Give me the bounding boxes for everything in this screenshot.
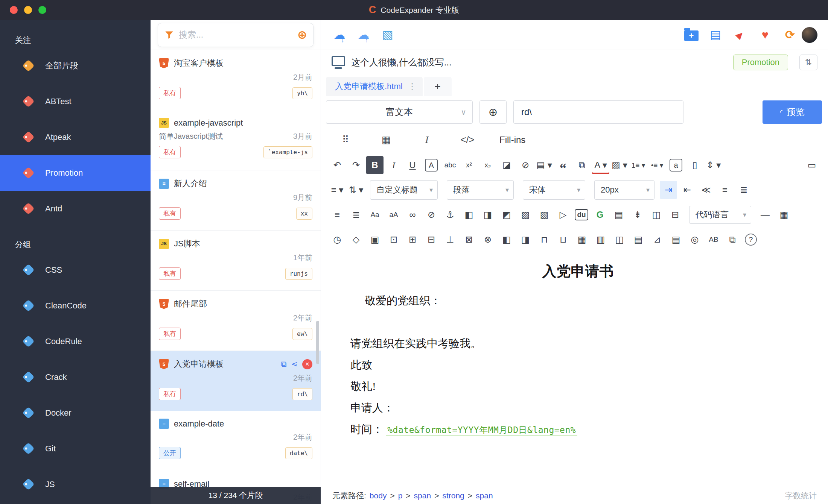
bullet-list-button[interactable]: •≡ ▾ xyxy=(648,156,666,174)
rocket-icon[interactable]: ▲ xyxy=(728,23,752,47)
add-tab-button[interactable]: + xyxy=(424,77,452,96)
unlink-icon[interactable]: ⊘ xyxy=(423,206,440,224)
list-item[interactable]: 5 邮件尾部 2年前 私有 ew\ xyxy=(151,291,321,351)
split-cells-icon[interactable]: ▥ xyxy=(592,231,609,249)
target-button[interactable]: ⊕ xyxy=(479,100,507,124)
column-width-icon[interactable]: ◫ xyxy=(611,231,628,249)
ltr-icon[interactable]: ⇥ xyxy=(660,181,677,199)
block-image-icon[interactable]: ▨ xyxy=(517,206,534,224)
align-justify-icon[interactable]: ≣ xyxy=(735,181,752,199)
float-right-icon[interactable]: ◨ xyxy=(479,206,496,224)
gallery-icon[interactable]: ▧ xyxy=(380,26,396,44)
abbreviation-input[interactable] xyxy=(513,100,683,124)
horizontal-rule-icon[interactable]: — xyxy=(756,206,774,224)
path-node[interactable]: span xyxy=(476,491,493,500)
editor-content[interactable]: 入党申请书 敬爱的党组织： 请党组织在实践中考验我。 此致 敬礼! 申请人： 时… xyxy=(321,254,828,487)
path-node[interactable]: span xyxy=(414,491,431,500)
code-language-select[interactable]: 代码语言 ▾ xyxy=(689,206,751,224)
sidebar-item-cleancode[interactable]: CleanCode xyxy=(0,288,151,323)
line-height-button[interactable]: ⇕ ▾ xyxy=(705,156,722,174)
sidebar-item-crack[interactable]: Crack xyxy=(0,359,151,395)
contacts-icon[interactable]: ▤ xyxy=(708,26,723,44)
zoom-window-button[interactable] xyxy=(38,6,46,14)
merge-cells-icon[interactable]: ▦ xyxy=(573,231,591,249)
char-border-button[interactable]: A xyxy=(425,159,438,172)
paste-icon[interactable]: ⧉ xyxy=(573,156,591,174)
date-icon[interactable]: ▦ xyxy=(377,131,395,149)
blockquote-icon[interactable]: “ xyxy=(554,156,572,174)
italic-button[interactable]: I xyxy=(385,156,402,174)
list-item[interactable]: ≡ 新人介绍 9月前 私有 xx xyxy=(151,170,321,231)
clipboard-icon[interactable]: ⧉ xyxy=(724,231,741,249)
strikethrough-button[interactable]: abc xyxy=(441,156,459,174)
anchor-icon[interactable]: ⚓ xyxy=(441,206,459,224)
align-left-icon[interactable]: ≡ xyxy=(716,181,734,199)
page-break-icon[interactable]: ⇟ xyxy=(629,206,646,224)
bold-button[interactable]: B xyxy=(366,156,384,174)
bg-color-button[interactable]: ▨ ▾ xyxy=(611,156,628,174)
insert-table-icon[interactable]: ⊞ xyxy=(404,231,421,249)
list-item[interactable]: JS JS脚本 1年前 私有 runjs xyxy=(151,231,321,291)
insert-video-icon[interactable]: ▷ xyxy=(554,206,572,224)
form-icon[interactable]: ▦ xyxy=(775,206,793,224)
cloud-download-icon[interactable]: ☁ xyxy=(332,26,347,44)
preview-button[interactable]: ◜ 预览 xyxy=(763,100,822,124)
close-window-button[interactable] xyxy=(10,6,18,14)
link-icon[interactable]: ∞ xyxy=(404,206,421,224)
insert-col-right-icon[interactable]: ◨ xyxy=(517,231,534,249)
spacing-menu-icon[interactable]: ⇅ ▾ xyxy=(347,181,365,199)
clear-format-icon[interactable]: ⊘ xyxy=(517,156,534,174)
outdent-icon[interactable]: ≪ xyxy=(697,181,715,199)
superscript-button[interactable]: x² xyxy=(460,156,478,174)
word-import-icon[interactable]: ▤ xyxy=(610,206,627,224)
vip-icon[interactable]: ♥ xyxy=(757,26,773,44)
baidu-icon[interactable]: du xyxy=(575,209,588,220)
align-right-icon[interactable]: ≡ xyxy=(329,206,346,224)
table-sum-icon[interactable]: ⊠ xyxy=(460,231,478,249)
uppercase-icon[interactable]: Aa xyxy=(366,206,384,224)
insert-row-below-icon[interactable]: ⊔ xyxy=(554,231,572,249)
delete-icon[interactable]: × xyxy=(302,359,312,369)
letter-case-icon[interactable]: AB xyxy=(705,231,722,249)
chart-icon[interactable]: ⊿ xyxy=(648,231,666,249)
undo-icon[interactable]: ↶ xyxy=(329,156,346,174)
sort-button[interactable]: ⇅ xyxy=(799,55,817,70)
tab-menu-icon[interactable]: ⋮ xyxy=(408,82,417,92)
subscript-button[interactable]: x₂ xyxy=(479,156,496,174)
delete-table-icon[interactable]: ⊗ xyxy=(479,231,496,249)
code-icon[interactable]: </> xyxy=(459,131,476,149)
content-type-select[interactable]: 富文本 ∨ xyxy=(326,100,473,124)
justify-icon[interactable]: ≣ xyxy=(347,206,365,224)
list-item[interactable]: JS example-javascript 简单Javascript测试 3月前… xyxy=(151,110,321,170)
word-count-label[interactable]: 字数统计 xyxy=(785,490,817,501)
screenshot-icon[interactable]: ⊡ xyxy=(385,231,402,249)
sidebar-item-all-snippets[interactable]: 全部片段 xyxy=(0,48,151,83)
scrollbar-thumb[interactable] xyxy=(316,321,319,364)
photo-frame-icon[interactable]: ▣ xyxy=(366,231,384,249)
redo-icon[interactable]: ↷ xyxy=(347,156,365,174)
sidebar-item-docker[interactable]: Docker xyxy=(0,395,151,431)
rtl-icon[interactable]: ⇤ xyxy=(679,181,696,199)
ordered-list-button[interactable]: 1≡ ▾ xyxy=(630,156,647,174)
cursor-icon[interactable]: I xyxy=(418,131,435,149)
font-size-select[interactable]: 20px ▾ xyxy=(594,180,654,200)
align-menu-icon[interactable]: ≡ ▾ xyxy=(329,181,346,199)
sidebar-item-atpeak[interactable]: Atpeak xyxy=(0,119,151,155)
search-input[interactable] xyxy=(179,30,293,40)
sidebar-item-git[interactable]: Git xyxy=(0,431,151,466)
bottom-panel-icon[interactable]: ⊟ xyxy=(667,206,684,224)
find-replace-icon[interactable]: ◎ xyxy=(686,231,703,249)
sidebar-item-js[interactable]: JS xyxy=(0,466,151,502)
table-tree-icon[interactable]: ⊥ xyxy=(441,231,459,249)
paragraph-select[interactable]: 段落 ▾ xyxy=(447,180,514,200)
inline-image-icon[interactable]: ◩ xyxy=(498,206,515,224)
fullscreen-icon[interactable]: ▭ xyxy=(803,156,820,174)
table-page-menu-icon[interactable]: ▤ ▾ xyxy=(536,156,553,174)
search-box[interactable]: ⊕ xyxy=(158,23,314,47)
list-item[interactable]: ≡ example-date 2年前 公开 date\ xyxy=(151,411,321,471)
underline-button[interactable]: U xyxy=(404,156,421,174)
font-family-select[interactable]: 宋体 ▾ xyxy=(523,180,585,200)
dashed-table-icon[interactable]: ⊟ xyxy=(423,231,440,249)
list-item[interactable]: 5 淘宝客户模板 2月前 私有 yh\ xyxy=(151,50,321,110)
sidebar-item-antd[interactable]: Antd xyxy=(0,191,151,226)
